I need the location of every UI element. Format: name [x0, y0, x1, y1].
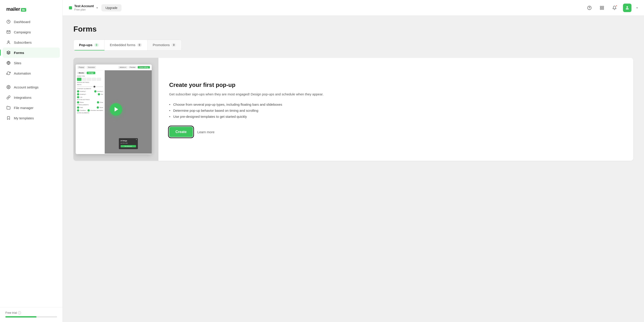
tabs: Pop-ups 0 Embedded forms 0 Promotions 0 [74, 40, 182, 51]
progress-bar-fill [5, 316, 36, 317]
sidebar: mailerlite Dashboard Campaigns [0, 0, 63, 322]
sidebar-item-dashboard[interactable]: Dashboard [3, 17, 60, 27]
logo-badge: lite [21, 8, 26, 12]
editor-tab-popup: Popup [78, 66, 85, 69]
user-menu-chevron[interactable]: ▾ [636, 6, 638, 10]
logo-area: mailerlite [0, 0, 62, 17]
embedded-forms-count: 0 [137, 43, 142, 47]
content-area: Forms Pop-ups 0 Embedded forms 0 Promoti… [63, 16, 644, 322]
svg-point-2 [8, 41, 9, 42]
editor-actions: Actions ▾ Preview Done editing [118, 66, 150, 69]
folder-icon [6, 106, 11, 110]
layers-icon [6, 50, 11, 55]
upgrade-button[interactable]: Upgrade [101, 4, 122, 12]
tab-embedded-forms[interactable]: Embedded forms 0 [104, 40, 148, 50]
editor-actions-btn: Actions ▾ [118, 66, 128, 69]
notification-badge [616, 5, 617, 7]
sidebar-item-account-settings[interactable]: Account settings [3, 82, 60, 92]
sidebar-item-sites[interactable]: Sites [3, 58, 60, 68]
form-type-section: FORM TYPE [77, 76, 103, 77]
svg-marker-3 [7, 51, 10, 53]
play-button[interactable] [110, 103, 122, 116]
sidebar-item-integrations[interactable]: Integrations [3, 92, 60, 103]
tab-pop-ups[interactable]: Pop-ups 0 [74, 40, 104, 50]
envelope-icon [6, 30, 11, 34]
empty-state-actions: Create Learn more [169, 127, 622, 137]
sidebar-item-file-manager[interactable]: File manager [3, 103, 60, 113]
editor-tab-success: Success [86, 66, 96, 69]
editor-preview-btn: Preview [128, 66, 137, 69]
page-title: Forms [74, 25, 633, 33]
svg-point-13 [626, 6, 628, 8]
create-button[interactable]: Create [169, 127, 193, 137]
feature-item-2: Determine pop-up behavior based on timin… [169, 108, 622, 114]
gear-icon [6, 85, 11, 89]
empty-state-description: Get subscriber sign-ups when they are mo… [169, 92, 622, 97]
svg-rect-12 [600, 8, 602, 10]
sidebar-bottom: Free trial i [0, 307, 62, 322]
account-selector[interactable]: Test Account Free plan ▾ [69, 4, 98, 12]
width-slider [77, 86, 103, 87]
forms-info-panel: Create your first pop-up Get subscriber … [158, 58, 633, 161]
learn-more-link[interactable]: Learn more [197, 130, 214, 134]
empty-state-card: Popup Success Actions ▾ Preview Done edi… [74, 58, 633, 161]
editor-topbar: Popup Success Actions ▾ Preview Done edi… [76, 65, 152, 70]
promotions-count: 0 [172, 43, 176, 47]
topbar: Test Account Free plan ▾ Upgrade [63, 0, 644, 16]
feature-item-1: Choose from several pop-up types, includ… [169, 101, 622, 108]
form-type-options [77, 78, 103, 81]
sidebar-item-my-templates[interactable]: My templates [3, 113, 60, 123]
pop-ups-count: 0 [94, 43, 99, 47]
sidebar-item-automation[interactable]: Automation [3, 68, 60, 78]
empty-state-title: Create your first pop-up [169, 82, 622, 89]
notification-icon[interactable] [610, 4, 618, 12]
feature-item-3: Use pre-designed templates to get starte… [169, 114, 622, 120]
account-status-dot [69, 6, 72, 10]
link-icon [6, 95, 11, 100]
user-icon [6, 40, 11, 45]
forms-preview-panel: Popup Success Actions ▾ Preview Done edi… [74, 58, 158, 161]
main-area: Test Account Free plan ▾ Upgrade [63, 0, 644, 322]
chevron-down-icon: ▾ [96, 6, 98, 10]
refresh-icon [6, 71, 11, 76]
play-triangle-icon [114, 107, 118, 112]
clock-icon [6, 20, 11, 24]
features-list: Choose from several pop-up types, includ… [169, 101, 622, 120]
svg-rect-9 [600, 6, 602, 8]
info-icon: i [18, 311, 21, 314]
nav-list: Dashboard Campaigns Subscribers [0, 17, 62, 307]
sidebar-item-campaigns[interactable]: Campaigns [3, 27, 60, 37]
account-name: Test Account [74, 4, 94, 8]
logo-text: mailerlite [6, 6, 26, 12]
sidebar-item-forms[interactable]: Forms [3, 48, 60, 58]
account-plan: Free plan [74, 8, 94, 12]
progress-bar-background [5, 316, 57, 317]
topbar-icons: ▾ [585, 4, 638, 12]
help-icon[interactable] [585, 4, 594, 12]
editor-done-btn: Done editing [138, 66, 150, 69]
free-trial-label: Free trial i [5, 311, 57, 314]
user-avatar[interactable] [623, 4, 632, 12]
apps-grid-icon[interactable] [598, 4, 606, 12]
svg-point-6 [8, 87, 9, 88]
svg-rect-11 [602, 8, 604, 10]
popup-preview: ✕ of things your first order. Get discou… [119, 138, 138, 149]
sidebar-item-subscribers[interactable]: Subscribers [3, 37, 60, 48]
tab-promotions[interactable]: Promotions 0 [148, 40, 182, 50]
globe-icon [6, 61, 11, 65]
svg-rect-10 [602, 6, 604, 8]
editor-sidebar: Blocks Design FORM TYPE De [76, 70, 105, 154]
bookmark-icon [6, 116, 11, 120]
